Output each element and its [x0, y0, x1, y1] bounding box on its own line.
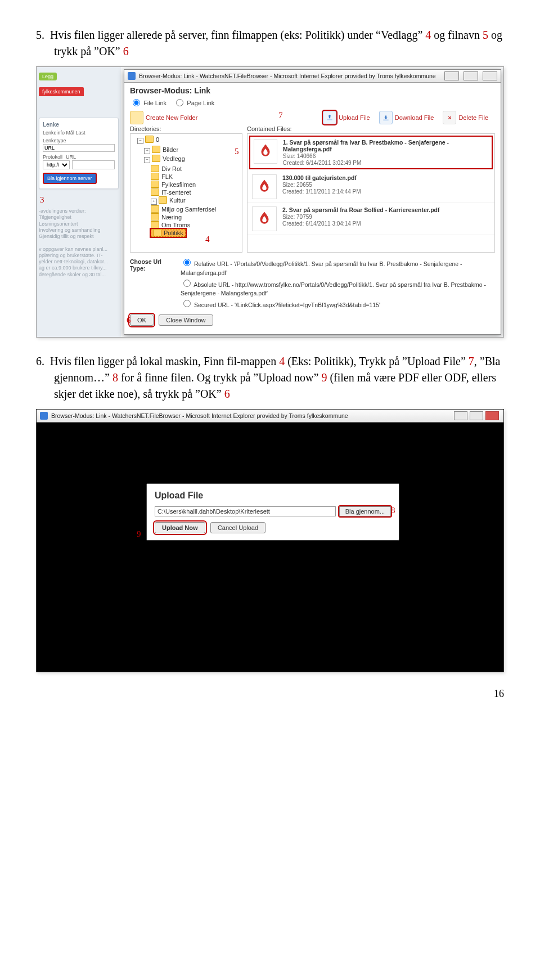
file-row[interactable]: 1. Svar på spørsmål fra Ivar B. Prestbak…: [249, 136, 493, 169]
file-toolbar: Create New Folder Upload File Download F…: [124, 110, 501, 125]
create-folder-button[interactable]: Create New Folder: [146, 114, 197, 121]
svg-rect-0: [327, 119, 332, 120]
background-editor-panel: Legg fylkeskommunen Lenke Lenkeinfo Mål …: [37, 67, 121, 337]
callout-3: 3: [40, 195, 44, 205]
upload-icon[interactable]: [323, 111, 336, 124]
link-dialog-card: Lenke Lenkeinfo Mål Last Lenketype Proto…: [39, 118, 119, 189]
pdf-icon: [252, 206, 277, 231]
svg-rect-1: [383, 120, 388, 121]
site-tab: fylkeskommunen: [39, 87, 84, 96]
url-input[interactable]: [72, 160, 115, 169]
screenshot-upload-dialog: Browser-Modus: Link - WatchersNET.FileBr…: [36, 409, 504, 672]
download-icon[interactable]: [379, 111, 393, 124]
upload-now-button[interactable]: Upload Now: [155, 522, 205, 533]
linktype-input[interactable]: [43, 144, 115, 152]
link-type-radio-group: File Link Page Link: [124, 96, 501, 110]
window-titlebar: Browser-Modus: Link - WatchersNET.FileBr…: [124, 70, 501, 83]
window-minimize-button[interactable]: [444, 71, 459, 80]
page-number: 16: [36, 688, 504, 700]
delete-file-button[interactable]: Delete File: [458, 114, 488, 121]
browse-server-button[interactable]: Bla igjennom server: [43, 173, 97, 184]
ok-button[interactable]: OK: [130, 314, 154, 326]
close-window-button[interactable]: Close Window: [159, 314, 213, 326]
window-close-button[interactable]: [483, 71, 497, 80]
ie-favicon-icon: [40, 412, 48, 420]
callout-7: 7: [278, 111, 283, 120]
modal-backdrop: Upload File Bla gjennom... Upload Now Ca…: [37, 422, 503, 672]
new-folder-icon[interactable]: [130, 111, 143, 124]
browse-button[interactable]: Bla gjennom...: [339, 506, 391, 516]
url-option-secured[interactable]: Secured URL - '/LinkClick.aspx?fileticke…: [181, 298, 495, 310]
screenshot-filebrowser: Legg fylkeskommunen Lenke Lenkeinfo Mål …: [36, 66, 504, 338]
list-number: 5.: [36, 29, 44, 41]
add-pill: Legg: [39, 73, 57, 80]
download-file-button[interactable]: Download File: [395, 114, 434, 121]
callout-4: 4: [205, 235, 210, 244]
pdf-icon: [254, 139, 277, 164]
file-list: 1. Svar på spørsmål fra Ivar B. Prestbak…: [247, 133, 495, 253]
window-minimize-button[interactable]: [454, 411, 467, 420]
delete-icon[interactable]: ×: [443, 111, 456, 124]
background-text: -avdelingens verdier: Tilgjengelighet Lø…: [39, 208, 119, 278]
file-row[interactable]: 130.000 til gatejuristen.pdf Size: 20655…: [248, 171, 494, 203]
pdf-icon: [252, 174, 277, 199]
protocol-select[interactable]: http://: [43, 160, 70, 169]
window-titlebar: Browser-Modus: Link - WatchersNET.FileBr…: [37, 410, 503, 422]
window-maximize-button[interactable]: [470, 411, 483, 420]
url-type-section: Choose Url Type: Relative URL - '/Portal…: [124, 253, 501, 312]
filebrowser-window: Browser-Modus: Link - WatchersNET.FileBr…: [124, 69, 501, 335]
cancel-upload-button[interactable]: Cancel Upload: [210, 522, 266, 533]
mode-heading: Browser-Modus: Link: [124, 83, 501, 96]
list-item-5: 5. Hvis filen ligger allerede på server,…: [36, 27, 504, 60]
directories-label: Directories:: [130, 125, 242, 132]
upload-file-button[interactable]: Upload File: [339, 114, 370, 121]
url-option-absolute[interactable]: Absolute URL - http://www.tromsfylke.no/…: [181, 278, 495, 299]
callout-6: 6: [127, 316, 131, 325]
callout-8: 8: [391, 506, 395, 515]
directory-tree[interactable]: −0 +Bilder −Vedlegg Div Rot FLK Fylkesfi…: [130, 133, 242, 253]
callout-9: 9: [137, 529, 141, 539]
file-path-input[interactable]: [155, 506, 336, 516]
file-link-radio[interactable]: File Link: [130, 100, 166, 106]
callout-5: 5: [235, 147, 239, 156]
list-item-6: 6. Hvis filen ligger på lokal maskin, Fi…: [36, 353, 504, 402]
upload-file-panel: Upload File Bla gjennom... Upload Now Ca…: [146, 483, 399, 541]
url-option-relative[interactable]: Relative URL - '/Portals/0/Vedlegg/Polit…: [181, 257, 495, 278]
window-close-button[interactable]: [485, 411, 499, 420]
tree-node-politikk: Politikk: [151, 229, 242, 236]
file-row[interactable]: 2. Svar på spørsmål fra Roar Sollied - K…: [248, 203, 494, 235]
window-maximize-button[interactable]: [464, 71, 478, 80]
contained-files-label: Contained Files:: [247, 125, 495, 132]
list-number: 6.: [36, 355, 44, 367]
page-link-radio[interactable]: Page Link: [173, 100, 214, 106]
upload-panel-title: Upload File: [155, 491, 391, 501]
ie-favicon-icon: [128, 72, 136, 80]
